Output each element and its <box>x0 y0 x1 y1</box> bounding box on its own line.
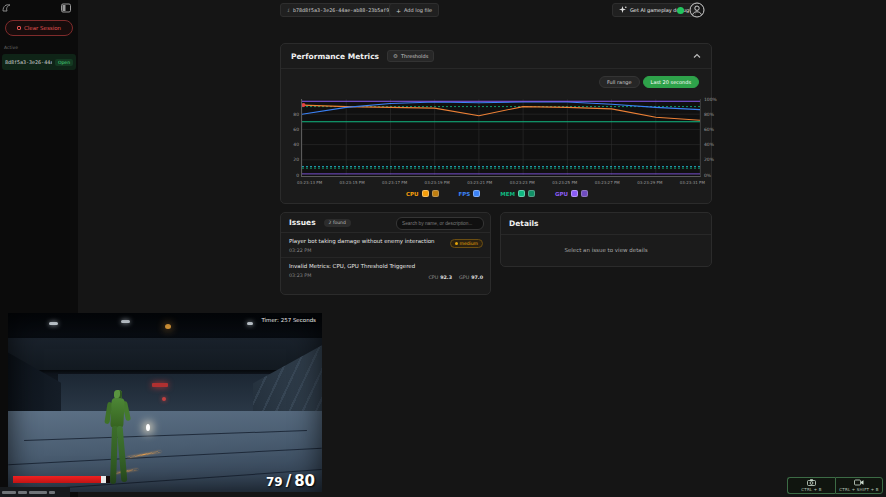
add-log-file-button[interactable]: + Add log file <box>389 3 439 17</box>
hud-timer: Timer: 257 Seconds <box>261 317 316 323</box>
hud-ammo-counter: 79 / 80 <box>266 472 315 490</box>
issue-row-2[interactable]: Invalid Metrics: CPU, GPU Threshold Trig… <box>281 258 490 282</box>
red-sign <box>152 383 168 387</box>
issues-title: Issues <box>289 218 316 227</box>
session-status-badge: Open <box>55 59 73 66</box>
character-leg <box>117 426 128 482</box>
x-tick-label: 03:23:25 PM <box>552 180 577 185</box>
app-logo-icon <box>2 3 12 13</box>
game-viewport[interactable]: Timer: 257 Seconds 79 / 80 <box>8 313 322 492</box>
clear-session-label: Clear Session <box>24 25 61 31</box>
y-tick-label: 80% <box>704 112 714 117</box>
y-tick-label: 60% <box>704 127 714 132</box>
debug-text-blur <box>29 491 47 494</box>
legend-swatch[interactable] <box>432 190 439 197</box>
y-tick-label: 20% <box>704 157 714 162</box>
health-fill <box>13 476 101 483</box>
clear-session-button[interactable]: Clear Session <box>5 20 73 36</box>
x-tick-label: 03:23:19 PM <box>425 180 450 185</box>
perf-chart-plot <box>301 99 701 177</box>
session-id-truncated: 8d8f5a3-3e26-44ae-... <box>5 59 52 65</box>
record-button[interactable]: CTRL + SHIFT + B <box>835 477 883 494</box>
info-icon: i <box>287 7 290 13</box>
severity-label: medium <box>460 241 479 246</box>
x-tick-label: 03:23:13 PM <box>297 180 322 185</box>
chevron-up-icon[interactable] <box>693 53 701 59</box>
legend-label: MEM <box>500 191 515 197</box>
avatar[interactable] <box>689 2 705 18</box>
range-full-button[interactable]: Full range <box>599 76 640 88</box>
x-tick-label: 03:23:29 PM <box>637 180 662 185</box>
sidebar-toggle-icon[interactable] <box>61 3 71 13</box>
gpu-metric-label: GPU <box>459 275 469 280</box>
range-toggle: Full range Last 20 seconds <box>599 76 699 88</box>
x-tick-label: 03:23:21 PM <box>467 180 492 185</box>
stop-icon <box>17 26 21 30</box>
legend-swatch[interactable] <box>528 190 535 197</box>
app-window: Clear Session Active 8d8f5a3-3e26-44ae-.… <box>0 0 886 497</box>
y-tick-label: 40 <box>293 142 299 147</box>
thresholds-button[interactable]: ⚙ Thresholds <box>387 50 434 62</box>
hud-health-bar <box>13 476 110 483</box>
performance-metrics-panel: Performance Metrics ⚙ Thresholds Full ra… <box>280 43 712 204</box>
legend-swatch[interactable] <box>518 190 525 197</box>
x-tick-label: 03:23:15 PM <box>340 180 365 185</box>
ceiling-light <box>49 322 58 325</box>
sessions-section-label: Active <box>4 45 18 50</box>
performance-panel-header: Performance Metrics ⚙ Thresholds <box>281 44 711 69</box>
screenshot-button[interactable]: CTRL + B <box>787 477 835 494</box>
legend-swatch[interactable] <box>422 190 429 197</box>
plus-icon: + <box>396 7 401 14</box>
cpu-metric-value: 92.3 <box>440 275 452 280</box>
character-torso <box>110 398 125 429</box>
session-id-text: b78d8f5a3-3e26-44ae-ab88-23b5af9e9857 <box>293 7 404 13</box>
legend-swatch[interactable] <box>571 190 578 197</box>
status-dot <box>677 7 684 14</box>
health-tip <box>101 476 106 483</box>
legend-swatch[interactable] <box>473 190 480 197</box>
legend-item-gpu[interactable]: GPU <box>555 190 588 197</box>
ammo-current: 79 <box>266 475 283 489</box>
legend-label: FPS <box>459 191 471 197</box>
red-light <box>162 397 166 401</box>
y-tick-label: 60 <box>293 127 299 132</box>
legend-label: GPU <box>555 191 568 197</box>
thresholds-label: Thresholds <box>401 53 428 59</box>
ceiling-light-orange <box>165 324 171 329</box>
severity-dot-icon <box>455 242 458 245</box>
legend-item-mem[interactable]: MEM <box>500 190 535 197</box>
range-last-20s-button[interactable]: Last 20 seconds <box>643 76 699 88</box>
x-tick-label: 03:23:27 PM <box>595 180 620 185</box>
sparkle-icon <box>619 6 627 14</box>
details-title: Details <box>509 219 539 228</box>
legend-item-fps[interactable]: FPS <box>459 190 481 197</box>
details-empty-state: Select an issue to view details <box>501 235 711 265</box>
ceiling-light <box>121 320 130 323</box>
perf-chart-svg <box>302 99 700 175</box>
issues-panel: Issues 2 found Player bot taking damage … <box>280 212 491 295</box>
y-axis-right: 100%80%60%40%20%0% <box>704 99 720 177</box>
sidebar-session-item[interactable]: 8d8f5a3-3e26-44ae-... Open <box>2 54 76 70</box>
video-camera-icon <box>854 479 864 486</box>
legend-label: CPU <box>406 191 419 197</box>
gear-icon: ⚙ <box>393 53 398 59</box>
y-axis-left: 806040200 <box>283 99 299 177</box>
details-panel: Details Select an issue to view details <box>500 212 712 267</box>
debug-text-blur <box>2 491 16 494</box>
x-tick-label: 03:23:17 PM <box>382 180 407 185</box>
y-tick-label: 0 <box>296 173 299 178</box>
game-ceiling-beam <box>8 338 322 370</box>
y-tick-label: 40% <box>704 142 714 147</box>
y-tick-label: 0% <box>704 173 711 178</box>
issue-row-1[interactable]: Player bot taking damage without enemy i… <box>281 233 490 258</box>
record-shortcut-label: CTRL + SHIFT + B <box>839 487 878 492</box>
legend-swatch[interactable] <box>581 190 588 197</box>
performance-title: Performance Metrics <box>291 52 379 61</box>
severity-badge: medium <box>450 239 484 248</box>
cpu-metric-label: CPU <box>428 275 438 280</box>
issues-search-input[interactable] <box>396 217 484 230</box>
ammo-separator: / <box>286 472 291 490</box>
x-axis-ticks: 03:23:13 PM03:23:15 PM03:23:17 PM03:23:1… <box>297 180 705 185</box>
x-tick-label: 03:23:23 PM <box>510 180 535 185</box>
legend-item-cpu[interactable]: CPU <box>406 190 439 197</box>
